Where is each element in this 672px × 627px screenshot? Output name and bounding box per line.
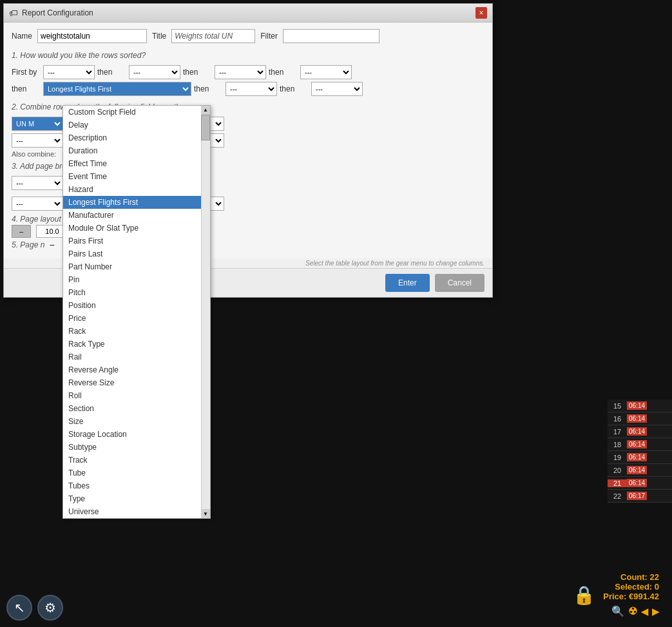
circle-icon-btn[interactable]: ⚙ xyxy=(37,595,63,621)
scrollbar[interactable]: ▲ ▼ xyxy=(201,106,210,518)
name-label: Name xyxy=(12,32,32,41)
close-button[interactable]: × xyxy=(475,7,487,19)
dropdown-item-pairs-first[interactable]: Pairs First xyxy=(63,235,201,247)
sort-dropdown[interactable]: Custom Script Field Delay Description Du… xyxy=(62,105,211,519)
dropdown-item[interactable]: Reverse Size xyxy=(63,376,201,389)
dropdown-item[interactable]: Manufacturer xyxy=(63,209,201,222)
sort-heading: 1. How would you like the rows sorted? xyxy=(12,51,485,60)
table-row: 1606:14 xyxy=(608,412,672,425)
dropdown-item[interactable]: Size xyxy=(63,415,201,428)
filter-label: Filter xyxy=(260,32,278,41)
count-label: Count: 22 xyxy=(603,572,659,582)
sort-select-7[interactable]: --- xyxy=(311,82,363,96)
background-table: 1506:14 1606:14 1706:14 1806:14 1906:14 … xyxy=(608,400,672,503)
dropdown-item-track[interactable]: Track xyxy=(63,454,201,467)
enter-button[interactable]: Enter xyxy=(385,274,430,292)
dropdown-item[interactable]: Description xyxy=(63,131,201,144)
dropdown-item[interactable]: Type xyxy=(63,492,201,505)
title-input[interactable] xyxy=(171,29,255,43)
table-row: 1806:14 xyxy=(608,438,672,451)
prev-icon[interactable]: ◀ xyxy=(641,606,648,617)
dropdown-item[interactable]: Duration xyxy=(63,144,201,157)
sort-select-6[interactable]: --- xyxy=(226,82,277,96)
then-label-5: then xyxy=(194,84,223,93)
selected-label: Selected: 0 xyxy=(603,582,659,592)
then-label-4: then xyxy=(12,84,41,93)
table-row: 1906:14 xyxy=(608,451,672,464)
status-bar: 🔒 Count: 22 Selected: 0 Price: €991.42 🔍… xyxy=(0,563,672,627)
zoom-icon[interactable]: 🔍 xyxy=(611,605,624,617)
dropdown-item-storage-location[interactable]: Storage Location xyxy=(63,428,201,441)
then-label-1: then xyxy=(97,68,126,77)
status-info: Count: 22 Selected: 0 Price: €991.42 🔍 ☢… xyxy=(603,572,659,617)
sort-row-1: First by --- then --- then --- then --- xyxy=(12,65,485,79)
diff-select-1[interactable]: --- xyxy=(12,176,63,190)
dropdown-item[interactable]: Section xyxy=(63,402,201,415)
cancel-button[interactable]: Cancel xyxy=(435,274,485,292)
sort-select-5[interactable]: Longest Flights First xyxy=(43,82,191,96)
section4-heading: 4. Page layout xyxy=(12,215,61,224)
then-label-6: then xyxy=(280,84,309,93)
price-label: Price: €991.42 xyxy=(603,592,659,601)
dropdown-item[interactable]: Tube xyxy=(63,467,201,479)
sort-select-3[interactable]: --- xyxy=(215,65,266,79)
dropdown-item[interactable]: Effect Time xyxy=(63,157,201,170)
filter-input[interactable] xyxy=(283,29,379,43)
next-icon[interactable]: ▶ xyxy=(652,606,659,617)
dropdown-item[interactable]: Module Or Slat Type xyxy=(63,222,201,235)
cursor-icon: ↖ xyxy=(14,600,25,615)
sort-select-1[interactable]: --- xyxy=(43,65,95,79)
section5-dash: – xyxy=(50,240,54,249)
table-row: 2006:14 xyxy=(608,464,672,477)
dropdown-item-pitch[interactable]: Pitch xyxy=(63,286,201,299)
left-icons: ↖ ⚙ xyxy=(6,595,63,621)
dropdown-item-rack-type[interactable]: Rack Type xyxy=(63,338,201,351)
sort-select-4[interactable]: --- xyxy=(300,65,352,79)
dropdown-item[interactable]: Roll xyxy=(63,389,201,402)
section5-heading: 5. Page n xyxy=(12,240,44,249)
dropdown-item[interactable]: Subtype xyxy=(63,441,201,454)
combine-select-1[interactable]: UN M xyxy=(12,117,63,131)
title-label: Title xyxy=(152,32,166,41)
dialog-title: 🏷 Report Configuration xyxy=(9,8,93,18)
dropdown-item[interactable]: Delay xyxy=(63,119,201,131)
sort-section: 1. How would you like the rows sorted? F… xyxy=(12,51,485,96)
scroll-up[interactable]: ▲ xyxy=(201,106,210,115)
scroll-thumb[interactable] xyxy=(201,115,210,140)
sort-select-2[interactable]: --- xyxy=(129,65,180,79)
name-title-row: Name Title Filter xyxy=(12,29,485,43)
dialog-title-icon: 🏷 xyxy=(9,8,18,18)
dropdown-item[interactable]: Price xyxy=(63,312,201,325)
dropdown-item[interactable]: Custom Script Field xyxy=(63,106,201,119)
dropdown-item[interactable]: Event Time xyxy=(63,170,201,183)
scroll-down[interactable]: ▼ xyxy=(201,509,210,518)
sec4-select-1[interactable]: --- xyxy=(12,197,63,211)
dash-button[interactable]: – xyxy=(12,225,31,238)
dropdown-item[interactable]: Hazard xyxy=(63,183,201,196)
table-row: 1706:14 xyxy=(608,425,672,438)
table-row: 1506:14 xyxy=(608,400,672,412)
lock-icon: 🔒 xyxy=(573,584,595,606)
dropdown-item-universe[interactable]: Universe xyxy=(63,505,201,518)
dropdown-item[interactable]: Pin xyxy=(63,273,201,286)
dropdown-list: Custom Script Field Delay Description Du… xyxy=(63,106,201,518)
dropdown-item[interactable]: Part Number xyxy=(63,260,201,273)
dialog-titlebar: 🏷 Report Configuration × xyxy=(4,4,492,23)
dropdown-item[interactable]: Pairs Last xyxy=(63,247,201,260)
dropdown-item[interactable]: Position xyxy=(63,299,201,312)
then-label-3: then xyxy=(269,68,298,77)
first-by-label: First by xyxy=(12,68,41,77)
table-row: 2206:17 xyxy=(608,490,672,503)
combine-select-5[interactable]: --- xyxy=(12,133,63,148)
dropdown-item[interactable]: Tubes xyxy=(63,479,201,492)
name-input[interactable] xyxy=(37,29,147,43)
table-row: 2106:14 xyxy=(608,477,672,490)
dropdown-item-longest-flights-first[interactable]: Longest Flights First xyxy=(63,196,201,209)
dialog-title-text: Report Configuration xyxy=(22,8,93,17)
dropdown-item[interactable]: Rail xyxy=(63,351,201,363)
cursor-icon-btn[interactable]: ↖ xyxy=(6,595,32,621)
then-label-2: then xyxy=(183,68,212,77)
dropdown-item[interactable]: Rack xyxy=(63,325,201,338)
radiation-icon: ☢ xyxy=(628,605,637,617)
dropdown-item[interactable]: Reverse Angle xyxy=(63,363,201,376)
